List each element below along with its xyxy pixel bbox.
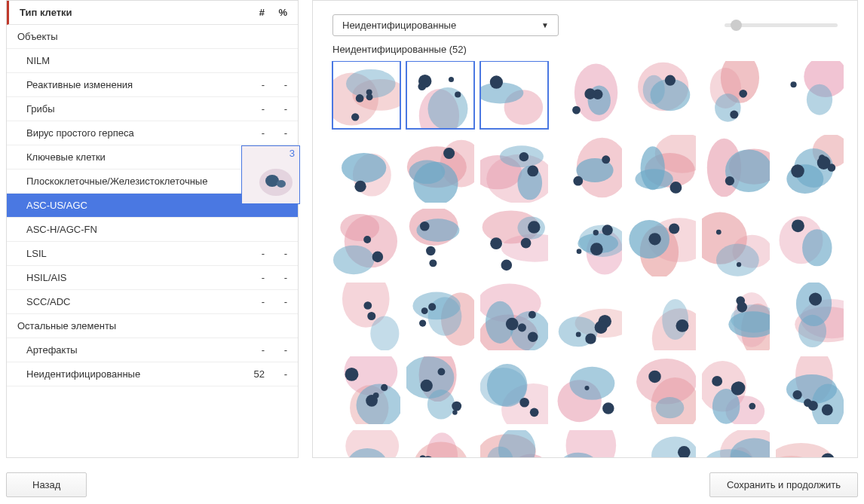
gallery-cell[interactable] (480, 135, 548, 203)
gallery-cell[interactable] (702, 135, 770, 203)
gallery-cell[interactable] (776, 209, 844, 276)
svg-point-33 (665, 75, 676, 86)
gallery-cell[interactable] (628, 61, 696, 129)
gallery-cell[interactable] (406, 61, 474, 129)
svg-point-88 (333, 246, 374, 275)
category-dropdown[interactable]: Неидентифицированные ▼ (332, 14, 559, 36)
row-hsil[interactable]: HSIL/AIS-- (7, 266, 298, 290)
gallery-cell[interactable] (406, 283, 474, 350)
svg-point-167 (737, 302, 747, 313)
gallery-cell[interactable] (628, 356, 696, 424)
svg-point-149 (518, 323, 526, 331)
gallery-cell[interactable] (702, 209, 770, 276)
preview-thumbnail[interactable]: 3 (241, 145, 300, 204)
gallery-cell[interactable] (628, 209, 696, 276)
svg-point-123 (737, 262, 741, 267)
gallery-cell[interactable] (406, 356, 474, 424)
gallery-cell[interactable] (702, 356, 770, 424)
row-artifacts[interactable]: Артефакты-- (7, 338, 298, 362)
gallery-cell[interactable] (480, 283, 548, 350)
gallery-cell[interactable] (332, 283, 400, 350)
gallery-cell[interactable] (776, 283, 844, 350)
svg-point-154 (585, 333, 596, 344)
svg-point-139 (428, 303, 436, 310)
gallery-cell[interactable] (406, 430, 474, 457)
gallery-cell[interactable] (332, 61, 400, 129)
row-asch[interactable]: ASC-H/AGC-FN (7, 218, 298, 242)
svg-point-8 (351, 113, 359, 121)
gallery-cell[interactable] (554, 283, 622, 350)
svg-point-195 (519, 398, 529, 408)
svg-point-90 (363, 236, 371, 243)
svg-point-178 (345, 368, 358, 381)
svg-point-65 (602, 155, 610, 163)
gallery-cell[interactable] (702, 283, 770, 350)
gallery-cell[interactable] (776, 430, 844, 457)
svg-point-140 (421, 307, 428, 314)
gallery-cell[interactable] (554, 430, 622, 457)
chevron-down-icon: ▼ (541, 21, 549, 29)
gallery-cell[interactable] (776, 135, 844, 203)
svg-point-84 (828, 163, 836, 172)
svg-point-156 (576, 332, 581, 338)
group-other[interactable]: Остальные элементы (7, 314, 298, 338)
gallery-cell[interactable] (554, 61, 622, 129)
svg-point-42 (807, 84, 832, 115)
gallery-cell[interactable] (480, 430, 548, 457)
gallery-scroll[interactable] (313, 61, 857, 457)
gallery-cell[interactable] (554, 209, 622, 276)
svg-point-16 (455, 91, 461, 97)
gallery-cell[interactable] (480, 61, 548, 129)
group-objects[interactable]: Объекты (7, 25, 298, 49)
gallery-cell[interactable] (554, 135, 622, 203)
svg-point-173 (809, 292, 822, 305)
gallery-cell[interactable] (332, 430, 400, 457)
svg-point-46 (342, 153, 386, 182)
row-fungi[interactable]: Грибы-- (7, 97, 298, 121)
svg-point-38 (730, 111, 738, 119)
zoom-slider[interactable] (574, 23, 838, 27)
back-button[interactable]: Назад (6, 472, 87, 497)
row-herpes[interactable]: Вирус простого герпеса-- (7, 121, 298, 145)
svg-point-180 (381, 384, 388, 391)
svg-point-211 (749, 403, 755, 410)
gallery-cell[interactable] (406, 209, 474, 276)
save-continue-button[interactable]: Сохранить и продолжить (709, 472, 858, 497)
gallery-cell[interactable] (406, 135, 474, 203)
gallery-cell[interactable] (332, 135, 400, 203)
svg-point-64 (573, 176, 583, 186)
svg-point-128 (792, 219, 804, 232)
gallery-cell[interactable] (332, 356, 400, 424)
svg-point-2 (265, 175, 279, 187)
gallery-cell[interactable] (628, 283, 696, 350)
gallery-cell[interactable] (702, 61, 770, 129)
gallery-cell[interactable] (480, 209, 548, 276)
slider-handle[interactable] (731, 20, 742, 31)
subgroup-nilm[interactable]: NILM (7, 49, 298, 73)
svg-point-155 (595, 321, 608, 334)
gallery-cell[interactable] (702, 430, 770, 457)
svg-point-104 (490, 237, 502, 249)
gallery-cell[interactable] (776, 61, 844, 129)
svg-point-187 (438, 368, 446, 376)
header-percent: % (265, 7, 287, 18)
gallery-cell[interactable] (332, 209, 400, 276)
svg-point-43 (790, 81, 796, 87)
gallery-cell[interactable] (628, 135, 696, 203)
row-lsil[interactable]: LSIL-- (7, 242, 298, 266)
row-scc[interactable]: SCC/ADC-- (7, 290, 298, 314)
svg-point-199 (602, 402, 614, 414)
row-unident[interactable]: Неидентифицированные52- (7, 362, 298, 386)
svg-point-205 (648, 371, 661, 383)
gallery-cell[interactable] (628, 430, 696, 457)
gallery-cell[interactable] (554, 356, 622, 424)
gallery-cell[interactable] (776, 356, 844, 424)
svg-point-122 (716, 244, 759, 276)
svg-point-221 (804, 399, 812, 407)
gallery-cell[interactable] (480, 356, 548, 424)
svg-point-186 (421, 380, 433, 392)
svg-point-71 (669, 182, 682, 194)
svg-point-213 (712, 376, 722, 386)
svg-point-109 (577, 249, 582, 254)
row-reactive[interactable]: Реактивные изменения-- (7, 73, 298, 97)
